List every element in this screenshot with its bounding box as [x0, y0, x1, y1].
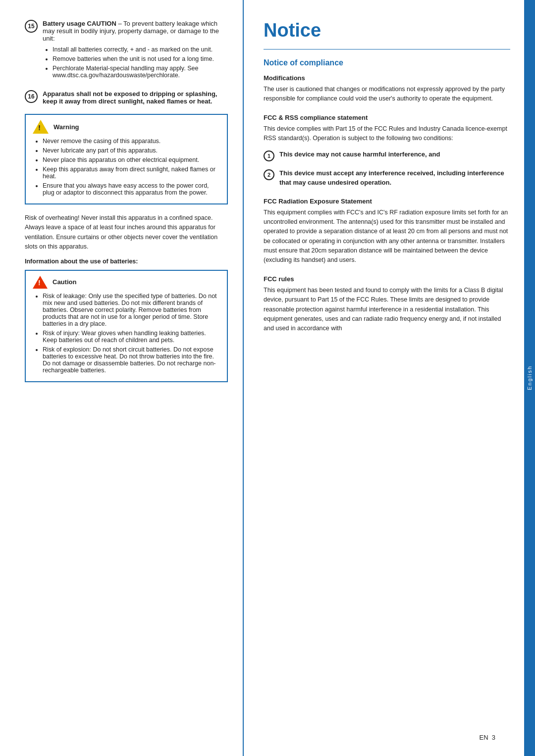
- caution-label: Caution: [53, 278, 76, 286]
- warning-bullet: Never lubricate any part of this apparat…: [43, 147, 220, 154]
- condition-2: 2 This device must accept any interferen…: [264, 168, 510, 188]
- fcc-rules-heading: FCC rules: [264, 275, 510, 283]
- fcc-rules-text: This equipment has been tested and found…: [264, 286, 510, 334]
- right-column: Notice Notice of compliance Modification…: [243, 0, 535, 756]
- radiation-section: FCC Radiation Exposure Statement This eq…: [264, 198, 510, 265]
- condition-1-text: This device may not cause harmful interf…: [279, 150, 440, 159]
- bullet-item: Install all batteries correctly, + and -…: [53, 46, 228, 53]
- warning-bullet: Never place this apparatus on other elec…: [43, 156, 220, 163]
- warning-bullets: Never remove the casing of this apparatu…: [33, 138, 220, 196]
- footer-lang: EN: [479, 734, 488, 741]
- bullet-item: Remove batteries when the unit is not us…: [53, 55, 228, 62]
- section-15-text: Battery usage CAUTION – To prevent batte…: [43, 20, 228, 81]
- warning-label: Warning: [54, 123, 79, 131]
- warning-bullet: Keep this apparatus away from direct sun…: [43, 166, 220, 180]
- fcc-rules-section: FCC rules This equipment has been tested…: [264, 275, 510, 334]
- footer-page: 3: [492, 734, 495, 741]
- fcc-rss-heading: FCC & RSS compliance statement: [264, 114, 510, 121]
- caution-bullets: Risk of leakage: Only use the specified …: [33, 293, 220, 374]
- section-16-text: Apparatus shall not be exposed to drippi…: [43, 90, 228, 105]
- caution-header: Caution: [33, 276, 220, 289]
- sidebar-tab: English: [524, 0, 535, 756]
- notice-divider: [264, 49, 510, 50]
- warning-icon: [33, 120, 49, 134]
- section-16: 16 Apparatus shall not be exposed to dri…: [25, 90, 228, 105]
- compliance-section: Notice of compliance Modifications The u…: [264, 58, 510, 104]
- warning-bullet: Never remove the casing of this apparatu…: [43, 138, 220, 145]
- warning-header: Warning: [33, 120, 220, 134]
- caution-bullet: Risk of explosion: Do not short circuit …: [43, 346, 220, 374]
- page-footer: EN 3: [479, 734, 495, 741]
- caution-icon: [33, 276, 48, 289]
- condition-1: 1 This device may not cause harmful inte…: [264, 150, 510, 161]
- warning-bullet: Ensure that you always have easy access …: [43, 182, 220, 196]
- caution-box: Caution Risk of leakage: Only use the sp…: [25, 270, 228, 382]
- warning-box: Warning Never remove the casing of this …: [25, 114, 228, 204]
- caution-bullet: Risk of injury: Wear gloves when handlin…: [43, 330, 220, 344]
- condition-num-1: 1: [264, 151, 274, 161]
- section-num-15: 15: [25, 20, 38, 33]
- batteries-heading: Information about the use of batteries:: [25, 258, 228, 265]
- overheating-para: Risk of overheating! Never install this …: [25, 213, 228, 252]
- radiation-text: This equipment complies with FCC's and I…: [264, 208, 510, 265]
- section-num-16: 16: [25, 90, 38, 103]
- notice-title: Notice: [264, 20, 510, 41]
- fcc-rss-section: FCC & RSS compliance statement This devi…: [264, 114, 510, 188]
- modifications-heading: Modifications: [264, 74, 510, 82]
- left-column: 15 Battery usage CAUTION – To prevent ba…: [0, 0, 243, 756]
- fcc-rss-text: This device complies with Part 15 of the…: [264, 124, 510, 144]
- section-15-heading: Battery usage CAUTION – To prevent batte…: [43, 20, 219, 42]
- caution-bullet: Risk of leakage: Only use the specified …: [43, 293, 220, 327]
- page: 15 Battery usage CAUTION – To prevent ba…: [0, 0, 535, 756]
- condition-2-text: This device must accept any interference…: [279, 168, 510, 188]
- bullet-item: Perchlorate Material-special handling ma…: [53, 65, 228, 79]
- radiation-heading: FCC Radiation Exposure Statement: [264, 198, 510, 205]
- condition-num-2: 2: [264, 169, 274, 180]
- section-15: 15 Battery usage CAUTION – To prevent ba…: [25, 20, 228, 81]
- compliance-heading: Notice of compliance: [264, 58, 510, 67]
- section-15-bullets: Install all batteries correctly, + and -…: [43, 46, 228, 79]
- sidebar-tab-label: English: [527, 365, 533, 390]
- modifications-text: The user is cautioned that changes or mo…: [264, 85, 510, 104]
